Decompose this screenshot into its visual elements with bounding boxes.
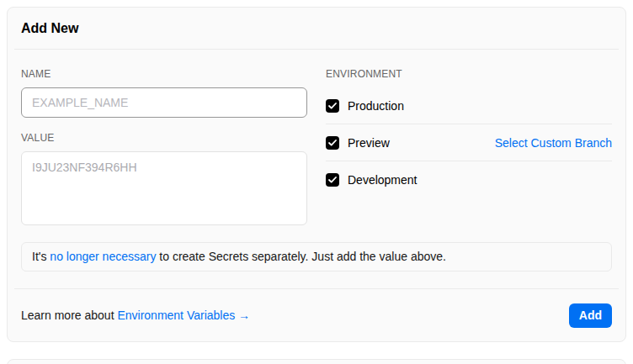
checkbox-development-checked-icon[interactable]: [326, 173, 339, 187]
value-input[interactable]: [21, 151, 307, 225]
note-text-prefix: It's: [32, 250, 50, 263]
card-body: NAME VALUE ENVIRONMENT Production Pre: [8, 50, 625, 229]
env-option-label: Development: [348, 173, 418, 187]
env-option-label: Preview: [348, 136, 390, 150]
select-custom-branch-link[interactable]: Select Custom Branch: [495, 136, 612, 150]
left-column: NAME VALUE: [21, 68, 307, 229]
note-text-suffix: to create Secrets separately. Just add t…: [156, 250, 446, 263]
environment-column: ENVIRONMENT Production Preview Select Cu…: [326, 68, 612, 229]
checkbox-preview-checked-icon[interactable]: [326, 136, 339, 150]
page-title: Add New: [21, 21, 78, 36]
checkbox-production-checked-icon[interactable]: [326, 99, 339, 113]
environment-label: ENVIRONMENT: [326, 68, 612, 80]
env-row-development: Development: [326, 161, 612, 198]
env-row-preview: Preview Select Custom Branch: [326, 124, 612, 161]
environment-options: Production Preview Select Custom Branch …: [326, 87, 612, 198]
env-option-label: Production: [348, 99, 404, 113]
name-label: NAME: [21, 68, 307, 80]
card-footer: Learn more about Environment Variables →…: [14, 288, 619, 341]
environment-variables-link[interactable]: Environment Variables →: [117, 309, 250, 322]
learn-more-text: Learn more about Environment Variables →: [21, 309, 250, 322]
card-header: Add New: [14, 8, 619, 50]
no-longer-necessary-link[interactable]: no longer necessary: [50, 250, 156, 263]
add-button[interactable]: Add: [569, 303, 612, 328]
secrets-note: It's no longer necessary to create Secre…: [21, 242, 612, 272]
add-new-card: Add New NAME VALUE ENVIRONMENT Productio…: [7, 7, 626, 342]
env-row-production: Production: [326, 87, 612, 124]
value-label: VALUE: [21, 132, 307, 144]
next-card-edge: [7, 359, 626, 364]
learn-more-prefix: Learn more about: [21, 309, 117, 322]
name-input[interactable]: [21, 87, 307, 118]
